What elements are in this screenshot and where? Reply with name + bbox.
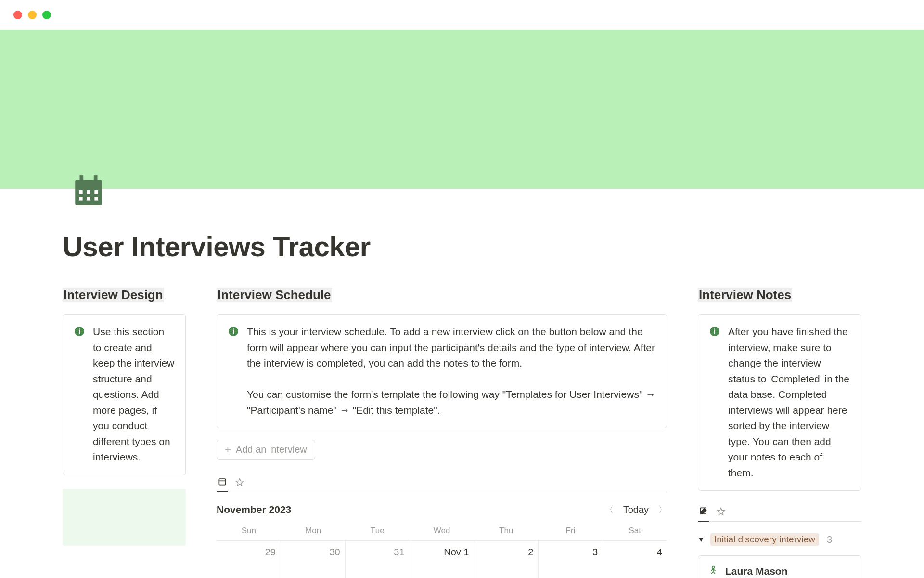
tab-edit-view[interactable]	[698, 504, 709, 522]
minimize-window-icon[interactable]	[28, 11, 37, 19]
calendar-date-cell[interactable]: 4	[603, 541, 667, 578]
heading-interview-notes[interactable]: Interview Notes	[698, 288, 792, 302]
column-interview-schedule: Interview Schedule This is your intervie…	[217, 288, 667, 578]
svg-rect-8	[94, 197, 98, 201]
edit-icon	[699, 506, 708, 516]
column-interview-design: Interview Design Use this section to cre…	[63, 288, 186, 546]
callout-schedule[interactable]: This is your interview schedule. To add …	[217, 314, 667, 428]
calendar-date-cell[interactable]: 2	[474, 541, 539, 578]
tab-calendar-view[interactable]	[217, 474, 228, 492]
svg-rect-4	[87, 190, 90, 194]
weekday-label: Sun	[217, 526, 281, 536]
note-list-item[interactable]: Laura Mason	[698, 555, 861, 578]
page-icon[interactable]	[70, 172, 107, 208]
star-icon	[716, 507, 726, 516]
window-controls	[0, 0, 924, 30]
info-icon	[74, 326, 85, 337]
calendar-date-cell[interactable]: 30	[281, 541, 346, 578]
note-item-name: Laura Mason	[725, 565, 788, 577]
svg-rect-6	[79, 197, 83, 201]
calendar-month[interactable]: November 2023	[217, 504, 291, 515]
weekday-label: Mon	[281, 526, 346, 536]
callout-notes-text: After you have finished the interview, m…	[728, 324, 850, 481]
add-interview-label: Add an interview	[236, 444, 307, 455]
add-interview-button[interactable]: + Add an interview	[217, 440, 315, 460]
svg-line-28	[713, 572, 715, 574]
info-icon	[709, 326, 720, 337]
disclosure-icon[interactable]: ▼	[698, 536, 705, 543]
notes-view-tabs	[698, 504, 861, 522]
svg-rect-3	[79, 190, 83, 194]
tab-favorite[interactable]	[715, 504, 727, 521]
star-icon	[235, 477, 244, 487]
svg-point-14	[233, 328, 234, 330]
svg-point-23	[712, 566, 715, 569]
weekday-label: Wed	[410, 526, 474, 536]
weekday-label: Fri	[539, 526, 603, 536]
weekday-label: Tue	[345, 526, 410, 536]
svg-point-11	[79, 328, 80, 330]
callout-schedule-text: This is your interview schedule. To add …	[247, 324, 656, 418]
svg-rect-7	[87, 197, 90, 201]
svg-marker-22	[718, 508, 725, 515]
info-icon	[228, 326, 239, 337]
heading-interview-schedule[interactable]: Interview Schedule	[217, 288, 332, 302]
calendar-date-cell[interactable]: 29	[217, 541, 281, 578]
calendar-header: November 2023 〈 Today 〉	[217, 504, 667, 515]
weekday-label: Sat	[603, 526, 667, 536]
svg-rect-2	[94, 175, 98, 183]
calendar-today-button[interactable]: Today	[623, 504, 649, 515]
notes-group-row[interactable]: ▼ Initial discovery interview 3	[698, 533, 861, 546]
calendar-date-cell[interactable]: 3	[539, 541, 603, 578]
page-cover[interactable]	[0, 30, 924, 189]
svg-rect-5	[94, 190, 98, 194]
calendar-date-cell[interactable]: Nov 1	[410, 541, 475, 578]
subpage-card[interactable]	[63, 489, 186, 546]
heading-interview-design[interactable]: Interview Design	[63, 288, 164, 302]
group-count: 3	[827, 534, 832, 545]
calendar-prev-icon[interactable]: 〈	[605, 504, 614, 515]
calendar-weekdays: Sun Mon Tue Wed Thu Fri Sat	[217, 526, 667, 536]
calendar-date-cell[interactable]: 31	[346, 541, 410, 578]
close-window-icon[interactable]	[13, 11, 22, 19]
svg-point-20	[714, 328, 716, 330]
weekday-label: Thu	[474, 526, 539, 536]
callout-design[interactable]: Use this section to create and keep the …	[63, 314, 186, 475]
svg-rect-13	[233, 330, 234, 334]
maximize-window-icon[interactable]	[42, 11, 51, 19]
svg-rect-19	[714, 330, 715, 334]
calendar-icon	[218, 477, 227, 486]
svg-marker-17	[236, 478, 244, 486]
callout-notes[interactable]: After you have finished the interview, m…	[698, 314, 861, 491]
tab-favorite[interactable]	[234, 474, 245, 492]
calendar-dates-row: 29 30 31 Nov 1 2 3 4	[217, 540, 667, 578]
svg-rect-15	[219, 479, 225, 485]
database-view-tabs	[217, 474, 667, 492]
svg-rect-10	[79, 330, 80, 334]
calendar-next-icon[interactable]: 〉	[658, 504, 667, 515]
person-icon	[708, 565, 719, 578]
callout-design-text: Use this section to create and keep the …	[93, 324, 175, 465]
svg-rect-1	[80, 175, 84, 183]
column-interview-notes: Interview Notes After you have finished …	[698, 288, 861, 578]
group-tag[interactable]: Initial discovery interview	[710, 533, 819, 546]
plus-icon: +	[225, 445, 231, 455]
page-title[interactable]: User Interviews Tracker	[63, 230, 861, 263]
